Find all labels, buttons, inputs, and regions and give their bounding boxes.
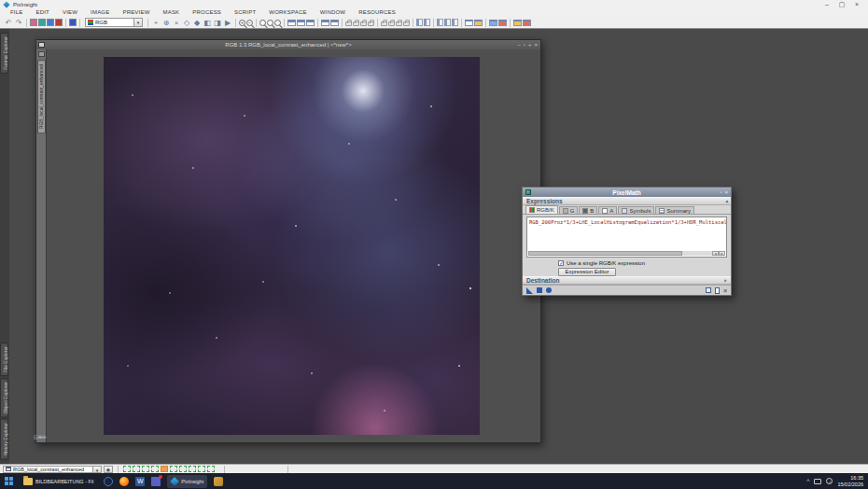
workspace-3-button[interactable] [142, 466, 149, 472]
zoom-window-button[interactable]: + [528, 40, 532, 49]
histogram-icon[interactable] [47, 19, 54, 26]
auto-stf-icon[interactable] [38, 19, 46, 26]
reset-icon[interactable]: × [723, 287, 727, 294]
format-explorer-tab[interactable]: Format Explorer [0, 33, 8, 74]
scrollbar-thumb[interactable] [528, 251, 682, 256]
taskbar-item-firefox[interactable] [119, 477, 129, 486]
stf-icon[interactable] [30, 19, 37, 26]
image-canvas[interactable] [47, 49, 540, 442]
lock-mask-icon[interactable] [360, 21, 367, 26]
menu-script[interactable]: Script [228, 8, 262, 17]
history-panel-icon[interactable] [444, 19, 451, 26]
workspace-1-button[interactable] [123, 466, 131, 472]
tile-vertical-icon[interactable] [306, 20, 315, 26]
file-explorer-tab[interactable]: File Explorer [0, 342, 8, 376]
app-maximize-button[interactable]: ▢ [834, 0, 849, 8]
broadcast-views-icon[interactable] [403, 21, 410, 26]
expand-section-icon[interactable]: » [722, 279, 728, 282]
taskbar-item-explorer[interactable]: BILDBEARBEITUNG - Fil [20, 475, 97, 488]
unlock-view-icon[interactable] [353, 21, 359, 26]
tile-windows-icon[interactable] [287, 20, 296, 26]
zoom-1-1-icon[interactable] [259, 20, 266, 26]
view-thumbnail-icon[interactable] [38, 51, 45, 57]
volume-tray-icon[interactable]: ♪ [826, 478, 833, 484]
menu-view[interactable]: View [56, 8, 84, 17]
app-close-button[interactable]: × [849, 0, 864, 8]
scroll-left-icon[interactable]: ◂ [712, 251, 719, 256]
apply-icon[interactable] [537, 287, 542, 293]
history-explorer-tab[interactable]: History Explorer [0, 419, 8, 460]
link-views-icon[interactable] [396, 21, 402, 26]
zoom-in-icon[interactable] [239, 20, 245, 26]
select-mode-icon[interactable]: ▶ [223, 18, 232, 27]
workspace-5-button[interactable] [161, 466, 168, 472]
display-tray-icon[interactable] [814, 479, 821, 484]
object-explorer-tab[interactable]: Object Explorer [0, 378, 8, 417]
scroll-right-icon[interactable]: ▸ [719, 251, 725, 256]
workspace-6-button[interactable] [170, 466, 177, 472]
realtime-preview-icon[interactable] [546, 287, 552, 293]
edit-instance-source-icon[interactable] [706, 287, 711, 293]
expression-text[interactable]: RGB_200Proz*1/3+LHE_LocalHistogramEquali… [527, 217, 726, 227]
redo-icon[interactable]: ↷ [14, 18, 23, 27]
cascade-windows-icon[interactable] [321, 20, 329, 26]
destination-section-header[interactable]: Destination » [523, 276, 731, 285]
tab-summary[interactable]: Summary [655, 206, 694, 214]
expressions-section-header[interactable]: Expressions » [523, 197, 731, 205]
pixelmath-titlebar[interactable]: PixelMath ▫× [523, 188, 731, 197]
unlock-mask-icon[interactable] [368, 21, 374, 26]
view-selector-dropdown[interactable]: RGB_local_contrast_enhanced ▾ [3, 466, 102, 473]
app-minimize-button[interactable]: – [819, 0, 834, 8]
workspace-9-button[interactable] [198, 466, 205, 472]
taskbar-item-mail[interactable] [151, 477, 161, 486]
sync-views-icon[interactable] [388, 21, 395, 26]
format-panel-icon[interactable] [437, 19, 443, 26]
expression-editor-area[interactable]: RGB_200Proz*1/3+LHE_LocalHistogramEquali… [526, 217, 727, 258]
minimize-all-windows-icon[interactable] [513, 20, 522, 26]
tab-g[interactable]: G [559, 206, 579, 214]
browse-documentation-icon[interactable] [715, 287, 720, 294]
taskbar-item-pixinsight[interactable]: PixInsight [167, 475, 207, 488]
next-window-icon[interactable] [498, 20, 507, 26]
zoom-to-fit-icon[interactable] [267, 20, 273, 26]
zoom-out-icon[interactable] [246, 20, 253, 26]
workspace-2-button[interactable] [133, 466, 140, 472]
mask-icon[interactable] [55, 19, 63, 26]
tile-horizontal-icon[interactable] [297, 20, 305, 26]
taskbar-item-photos[interactable] [214, 477, 223, 486]
menu-window[interactable]: Window [314, 8, 353, 17]
expand-windows-icon[interactable] [330, 20, 339, 26]
track-view-icon[interactable] [381, 21, 387, 26]
view-side-tab[interactable]: RGB_local_contrast_enhanced [37, 60, 46, 133]
workspace-4-button[interactable] [151, 466, 159, 472]
image-window-titlebar[interactable]: RGB 1:3 RGB_local_contrast_enhanced | <*… [36, 40, 540, 49]
duplicate-workspace-icon[interactable] [474, 20, 483, 26]
invert-left-icon[interactable]: ◧ [203, 18, 212, 27]
menu-process[interactable]: Process [186, 8, 228, 17]
start-button[interactable] [5, 477, 13, 485]
chevron-down-icon[interactable]: ▾ [92, 467, 101, 472]
taskbar-clock[interactable]: 16:35 15/02/2026 [837, 475, 863, 487]
workspace-10-button[interactable] [207, 466, 215, 472]
menu-resources[interactable]: Resources [352, 8, 402, 17]
shade-window-button[interactable]: ▫ [524, 40, 525, 49]
previous-window-icon[interactable] [489, 20, 497, 26]
tray-expand-icon[interactable]: ^ [806, 478, 809, 484]
new-instance-icon[interactable] [526, 287, 533, 294]
close-window-button[interactable]: × [534, 40, 538, 49]
readout-options-button[interactable]: ◉ [104, 466, 113, 473]
menu-image[interactable]: Image [84, 8, 116, 17]
readout-mode-icon[interactable]: + [151, 18, 161, 27]
dynamic-op-icon[interactable]: × [172, 18, 181, 27]
console-panel-icon[interactable] [452, 19, 458, 26]
invert-right-icon[interactable]: ◨ [213, 18, 222, 27]
channel-select-dropdown[interactable]: RGB ▾ [85, 18, 143, 27]
single-rgbk-checkbox[interactable] [558, 260, 564, 266]
center-view-icon[interactable]: ◆ [192, 18, 202, 27]
dialog-close-button[interactable]: × [724, 188, 728, 197]
undo-icon[interactable]: ↶ [4, 18, 13, 27]
chevron-down-icon[interactable]: ▾ [133, 19, 142, 26]
zoom-in-mode-icon[interactable]: ⊕ [161, 18, 171, 27]
tab-a[interactable]: A [598, 206, 617, 214]
expression-scrollbar[interactable]: ◂ ▸ [528, 251, 725, 256]
